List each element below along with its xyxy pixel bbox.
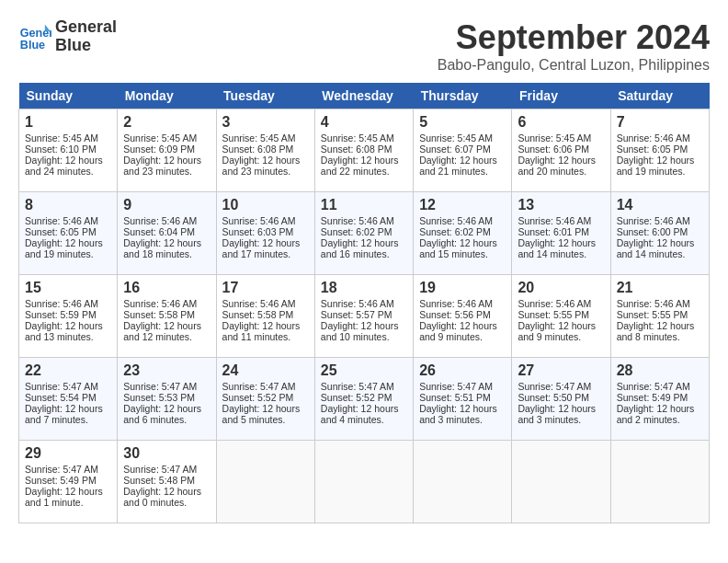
- day-info-line: Sunset: 6:09 PM: [123, 144, 210, 155]
- calendar-cell: [314, 441, 413, 523]
- day-info-line: Daylight: 12 hours: [321, 403, 407, 414]
- day-info-line: and 18 minutes.: [123, 248, 210, 259]
- day-info-line: and 12 minutes.: [123, 331, 210, 342]
- day-info-line: and 5 minutes.: [222, 414, 309, 425]
- day-info-line: Sunset: 5:49 PM: [617, 392, 703, 403]
- day-info-line: Sunrise: 5:47 AM: [617, 381, 703, 392]
- calendar-cell: 21Sunrise: 5:46 AMSunset: 5:55 PMDayligh…: [610, 275, 709, 358]
- day-info-line: Daylight: 12 hours: [123, 155, 210, 166]
- day-info-line: Daylight: 12 hours: [617, 403, 703, 414]
- day-info-line: and 7 minutes.: [25, 414, 111, 425]
- day-number: 25: [321, 362, 407, 379]
- day-info-line: Sunset: 6:10 PM: [25, 144, 111, 155]
- calendar-cell: 28Sunrise: 5:47 AMSunset: 5:49 PMDayligh…: [610, 358, 709, 441]
- calendar-week-3: 15Sunrise: 5:46 AMSunset: 5:59 PMDayligh…: [19, 275, 710, 358]
- calendar-cell: 10Sunrise: 5:46 AMSunset: 6:03 PMDayligh…: [216, 192, 314, 275]
- day-info-line: Sunset: 5:53 PM: [123, 392, 210, 403]
- day-info-line: Sunset: 6:02 PM: [321, 226, 407, 237]
- day-number: 5: [419, 114, 506, 131]
- day-info-line: Sunrise: 5:46 AM: [123, 298, 210, 309]
- day-info-line: Daylight: 12 hours: [321, 155, 407, 166]
- day-info-line: Daylight: 12 hours: [123, 403, 210, 414]
- calendar-week-4: 22Sunrise: 5:47 AMSunset: 5:54 PMDayligh…: [19, 358, 710, 441]
- day-info-line: and 23 minutes.: [123, 166, 210, 177]
- day-number: 30: [123, 445, 210, 462]
- calendar-cell: 6Sunrise: 5:45 AMSunset: 6:06 PMDaylight…: [512, 109, 610, 192]
- calendar-cell: 30Sunrise: 5:47 AMSunset: 5:48 PMDayligh…: [118, 441, 216, 523]
- day-number: 14: [617, 197, 703, 213]
- day-info-line: Sunset: 5:56 PM: [419, 309, 506, 320]
- day-info-line: Sunset: 6:08 PM: [222, 144, 309, 155]
- calendar-cell: 16Sunrise: 5:46 AMSunset: 5:58 PMDayligh…: [118, 275, 216, 358]
- day-info-line: and 1 minute.: [25, 497, 111, 508]
- day-info-line: and 8 minutes.: [617, 331, 703, 342]
- header-cell-wednesday: Wednesday: [314, 83, 413, 109]
- header-cell-friday: Friday: [512, 83, 610, 109]
- day-info-line: Daylight: 12 hours: [123, 237, 210, 248]
- day-info-line: Sunset: 5:52 PM: [222, 392, 309, 403]
- day-info-line: and 0 minutes.: [123, 497, 210, 508]
- day-number: 26: [419, 362, 506, 379]
- day-info-line: and 9 minutes.: [518, 331, 604, 342]
- day-info-line: Sunset: 5:58 PM: [222, 309, 309, 320]
- day-info-line: Sunrise: 5:45 AM: [123, 132, 210, 144]
- day-info-line: and 9 minutes.: [419, 331, 506, 342]
- day-info-line: Sunset: 6:06 PM: [518, 144, 604, 155]
- day-number: 28: [617, 362, 703, 379]
- day-info-line: Sunrise: 5:46 AM: [123, 215, 210, 226]
- day-info-line: Daylight: 12 hours: [321, 237, 407, 248]
- day-info-line: Sunrise: 5:47 AM: [123, 464, 210, 475]
- day-info-line: and 14 minutes.: [617, 248, 703, 259]
- logo-line2: Blue: [55, 37, 117, 55]
- day-info-line: Sunset: 6:07 PM: [419, 144, 506, 155]
- day-info-line: and 19 minutes.: [25, 248, 111, 259]
- day-info-line: Sunrise: 5:46 AM: [222, 298, 309, 309]
- calendar-cell: 29Sunrise: 5:47 AMSunset: 5:49 PMDayligh…: [19, 441, 118, 523]
- day-number: 17: [222, 280, 309, 296]
- day-info-line: Sunset: 5:51 PM: [419, 392, 506, 403]
- day-info-line: Sunset: 6:05 PM: [617, 144, 703, 155]
- day-info-line: Sunrise: 5:47 AM: [222, 381, 309, 392]
- day-info-line: Sunset: 5:52 PM: [321, 392, 407, 403]
- day-number: 8: [25, 197, 111, 213]
- day-info-line: Sunrise: 5:45 AM: [419, 132, 506, 144]
- day-number: 22: [25, 362, 111, 379]
- day-info-line: Sunset: 5:55 PM: [617, 309, 703, 320]
- day-info-line: Sunrise: 5:46 AM: [321, 298, 407, 309]
- day-info-line: Sunrise: 5:47 AM: [321, 381, 407, 392]
- calendar-cell: 7Sunrise: 5:46 AMSunset: 6:05 PMDaylight…: [610, 109, 709, 192]
- day-info-line: and 21 minutes.: [419, 166, 506, 177]
- day-info-line: Sunrise: 5:46 AM: [419, 215, 506, 226]
- day-number: 12: [419, 197, 506, 213]
- day-number: 19: [419, 280, 506, 296]
- day-number: 18: [321, 280, 407, 296]
- day-number: 20: [518, 280, 604, 296]
- day-info-line: and 14 minutes.: [518, 248, 604, 259]
- header-cell-saturday: Saturday: [610, 83, 709, 109]
- day-number: 3: [222, 114, 309, 131]
- day-info-line: Sunrise: 5:46 AM: [617, 298, 703, 309]
- calendar-cell: [512, 441, 610, 523]
- calendar-cell: 17Sunrise: 5:46 AMSunset: 5:58 PMDayligh…: [216, 275, 314, 358]
- day-info-line: and 20 minutes.: [518, 166, 604, 177]
- day-info-line: Daylight: 12 hours: [25, 155, 111, 166]
- calendar-cell: 23Sunrise: 5:47 AMSunset: 5:53 PMDayligh…: [118, 358, 216, 441]
- header-cell-monday: Monday: [118, 83, 216, 109]
- day-info-line: and 24 minutes.: [25, 166, 111, 177]
- day-info-line: and 11 minutes.: [222, 331, 309, 342]
- day-info-line: Sunset: 6:05 PM: [25, 226, 111, 237]
- day-info-line: Daylight: 12 hours: [518, 237, 604, 248]
- day-info-line: Sunset: 6:08 PM: [321, 144, 407, 155]
- day-info-line: Sunset: 5:54 PM: [25, 392, 111, 403]
- day-info-line: Sunset: 5:57 PM: [321, 309, 407, 320]
- day-number: 9: [123, 197, 210, 213]
- calendar-cell: 22Sunrise: 5:47 AMSunset: 5:54 PMDayligh…: [19, 358, 118, 441]
- day-info-line: and 3 minutes.: [518, 414, 604, 425]
- calendar-cell: 18Sunrise: 5:46 AMSunset: 5:57 PMDayligh…: [314, 275, 413, 358]
- day-info-line: Daylight: 12 hours: [25, 237, 111, 248]
- day-info-line: Sunset: 5:55 PM: [518, 309, 604, 320]
- day-info-line: Sunrise: 5:45 AM: [25, 132, 111, 144]
- day-info-line: Sunset: 6:03 PM: [222, 226, 309, 237]
- month-title: September 2024: [438, 18, 710, 57]
- day-info-line: Sunrise: 5:45 AM: [321, 132, 407, 144]
